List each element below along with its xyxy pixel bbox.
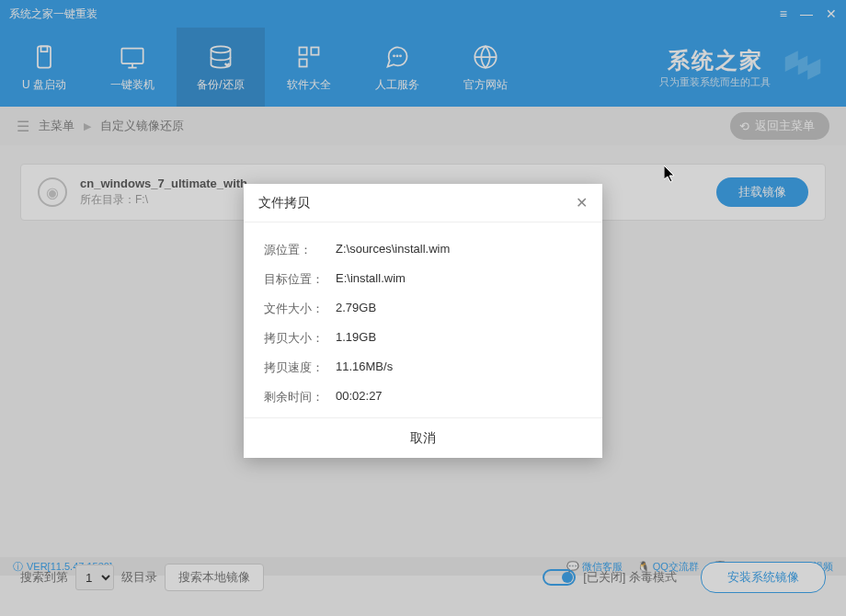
dialog-title: 文件拷贝 <box>258 195 310 211</box>
dialog-body: 源位置：Z:\sources\install.wim 目标位置：E:\insta… <box>244 222 602 417</box>
file-size-row: 文件大小：2.79GB <box>264 294 582 324</box>
target-row: 目标位置：E:\install.wim <box>264 265 582 294</box>
modal-overlay: 文件拷贝 ✕ 源位置：Z:\sources\install.wim 目标位置：E… <box>0 0 846 616</box>
source-row: 源位置：Z:\sources\install.wim <box>264 235 582 265</box>
file-copy-dialog: 文件拷贝 ✕ 源位置：Z:\sources\install.wim 目标位置：E… <box>244 184 602 458</box>
dialog-close-button[interactable]: ✕ <box>576 194 588 211</box>
remaining-row: 剩余时间：00:02:27 <box>264 382 582 412</box>
dialog-footer: 取消 <box>244 417 602 458</box>
dialog-header: 文件拷贝 ✕ <box>244 184 602 222</box>
cancel-button[interactable]: 取消 <box>244 418 602 458</box>
copied-size-row: 拷贝大小：1.19GB <box>264 324 582 353</box>
speed-row: 拷贝速度：11.16MB/s <box>264 353 582 382</box>
